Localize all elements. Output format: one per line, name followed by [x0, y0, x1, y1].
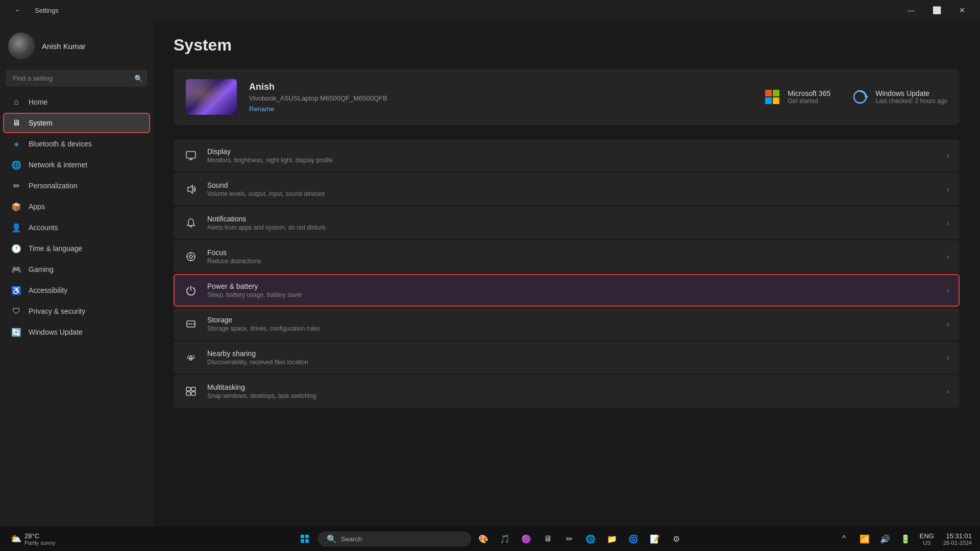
start-button[interactable] — [295, 529, 315, 549]
rename-button[interactable]: Rename — [249, 105, 751, 113]
personalization-icon: ✏ — [11, 181, 21, 191]
search-box: 🔍 — [6, 70, 147, 86]
sidebar-item-time-label: Time & language — [29, 244, 82, 253]
accessibility-icon: ♿ — [11, 285, 21, 295]
search-icon[interactable]: 🔍 — [134, 74, 143, 83]
taskbar-app-monitor[interactable]: 🖥 — [538, 530, 557, 548]
taskbar-app-browser[interactable]: 🌐 — [581, 530, 600, 548]
taskbar-search[interactable]: 🔍 Search — [318, 532, 471, 546]
sidebar-item-bluetooth-label: Bluetooth & devices — [29, 140, 92, 148]
taskbar-app-pen[interactable]: ✏ — [560, 530, 578, 548]
minimize-button[interactable]: — — [899, 2, 923, 18]
taskbar-app-settings[interactable]: ⚙ — [667, 530, 685, 548]
display-text: Display Monitors, brightness, night ligh… — [207, 147, 938, 164]
sidebar-item-privacy-label: Privacy & security — [29, 307, 85, 315]
profile-section[interactable]: Anish Kumar — [0, 20, 153, 67]
multitasking-icon — [184, 384, 198, 398]
sidebar-item-personalization[interactable]: ✏ Personalization — [3, 176, 150, 196]
storage-text: Storage Storage space, drives, configura… — [207, 316, 938, 332]
settings-item-focus[interactable]: Focus Reduce distractions › — [174, 240, 960, 273]
device-model: Vivobook_ASUSLaptop M6500QF_M6500QFB — [249, 94, 751, 102]
taskbar-app-word[interactable]: 📝 — [646, 530, 664, 548]
apps-icon: 📦 — [11, 202, 21, 212]
settings-item-sound[interactable]: Sound Volume levels, output, input, soun… — [174, 173, 960, 206]
notifications-icon — [184, 216, 198, 230]
sidebar-item-home[interactable]: ⌂ Home — [3, 92, 150, 112]
taskbar-chevron-icon[interactable]: ^ — [835, 530, 853, 548]
focus-title: Focus — [207, 248, 938, 257]
back-button[interactable]: ← — [6, 2, 30, 18]
svg-rect-15 — [186, 392, 190, 395]
taskbar-app-files[interactable]: 📁 — [603, 530, 621, 548]
storage-chevron: › — [947, 320, 949, 328]
taskbar-language[interactable]: ENG US — [917, 532, 937, 546]
notifications-chevron: › — [947, 219, 949, 227]
settings-item-multitasking[interactable]: Multitasking Snap windows, desktops, tas… — [174, 375, 960, 408]
taskbar-app-purple[interactable]: 🟣 — [517, 530, 535, 548]
sidebar-item-accessibility[interactable]: ♿ Accessibility — [3, 280, 150, 300]
notifications-text: Notifications Alerts from apps and syste… — [207, 215, 938, 231]
titlebar-left: ← Settings — [6, 2, 59, 18]
svg-rect-18 — [305, 535, 309, 538]
privacy-icon: 🛡 — [11, 306, 21, 316]
search-input[interactable] — [6, 70, 147, 86]
close-button[interactable]: ✕ — [950, 2, 974, 18]
weather-widget[interactable]: ⛅ 28°C Partly sunny — [4, 532, 62, 546]
display-subtitle: Monitors, brightness, night light, displ… — [207, 157, 938, 164]
svg-rect-14 — [191, 387, 195, 391]
taskbar-search-icon: 🔍 — [327, 534, 337, 544]
weather-desc: Partly sunny — [24, 540, 56, 546]
nearby-text: Nearby sharing Discoverability, received… — [207, 349, 938, 366]
power-chevron: › — [947, 286, 949, 294]
taskbar-volume-icon[interactable]: 🔊 — [876, 530, 894, 548]
svg-marker-5 — [866, 94, 868, 99]
taskbar-app-edge[interactable]: 🌀 — [624, 530, 643, 548]
sidebar-item-accessibility-label: Accessibility — [29, 286, 67, 294]
maximize-button[interactable]: ⬜ — [925, 2, 948, 18]
settings-item-display[interactable]: Display Monitors, brightness, night ligh… — [174, 139, 960, 172]
svg-rect-2 — [765, 97, 772, 104]
weather-temp: 28°C — [24, 532, 56, 540]
sidebar-item-accounts[interactable]: 👤 Accounts — [3, 217, 150, 238]
svg-point-12 — [190, 358, 192, 360]
sidebar-item-system[interactable]: 🖥 System — [3, 113, 150, 133]
taskbar-wifi-icon[interactable]: 📶 — [855, 530, 874, 548]
settings-item-storage[interactable]: Storage Storage space, drives, configura… — [174, 308, 960, 340]
taskbar-lang-sub: US — [920, 540, 934, 546]
titlebar: ← Settings — ⬜ ✕ — [0, 0, 980, 20]
sidebar-item-apps[interactable]: 📦 Apps — [3, 196, 150, 217]
taskbar-battery-icon[interactable]: 🔋 — [896, 530, 915, 548]
sidebar-item-gaming[interactable]: 🎮 Gaming — [3, 259, 150, 280]
app-container: Anish Kumar 🔍 ⌂ Home 🖥 System ⎈ Bluetoot… — [0, 20, 980, 527]
windows-update-action-subtitle: Last checked: 2 hours ago — [875, 97, 947, 105]
taskbar-app-music[interactable]: 🎵 — [496, 530, 514, 548]
system-icon: 🖥 — [11, 118, 21, 128]
sidebar-item-bluetooth[interactable]: ⎈ Bluetooth & devices — [3, 134, 150, 154]
svg-marker-7 — [188, 185, 192, 193]
power-title: Power & battery — [207, 282, 938, 290]
taskbar-app-widgets[interactable]: 🎨 — [474, 530, 493, 548]
sidebar-item-windows-update[interactable]: 🔄 Windows Update — [3, 322, 150, 342]
sidebar-item-system-label: System — [29, 119, 53, 127]
sidebar-item-time[interactable]: 🕐 Time & language — [3, 238, 150, 259]
settings-item-power[interactable]: Power & battery Sleep, battery usage, ba… — [174, 274, 960, 307]
microsoft365-text: Microsoft 365 Get started — [788, 89, 830, 105]
microsoft365-action[interactable]: Microsoft 365 Get started — [763, 88, 830, 106]
time-icon: 🕐 — [11, 243, 21, 254]
microsoft365-subtitle: Get started — [788, 97, 830, 105]
sidebar-item-privacy[interactable]: 🛡 Privacy & security — [3, 301, 150, 321]
sidebar: Anish Kumar 🔍 ⌂ Home 🖥 System ⎈ Bluetoot… — [0, 20, 153, 527]
taskbar: ⛅ 28°C Partly sunny 🔍 Search 🎨 🎵 🟣 🖥 ✏ 🌐… — [0, 527, 980, 551]
sidebar-item-network[interactable]: 🌐 Network & internet — [3, 155, 150, 175]
windows-update-action[interactable]: Windows Update Last checked: 2 hours ago — [851, 88, 947, 106]
sidebar-item-gaming-label: Gaming — [29, 265, 54, 273]
main-content: System Anish Vivobook_ASUSLaptop M6500QF… — [153, 20, 980, 527]
avatar — [8, 33, 35, 59]
settings-item-nearby[interactable]: Nearby sharing Discoverability, received… — [174, 341, 960, 374]
storage-subtitle: Storage space, drives, configuration rul… — [207, 325, 938, 332]
windows-update-icon: 🔄 — [11, 327, 21, 337]
settings-item-notifications[interactable]: Notifications Alerts from apps and syste… — [174, 207, 960, 239]
svg-rect-20 — [305, 539, 309, 543]
microsoft365-icon — [763, 88, 781, 106]
taskbar-clock[interactable]: 15:31:01 28-01-2024 — [939, 532, 976, 546]
